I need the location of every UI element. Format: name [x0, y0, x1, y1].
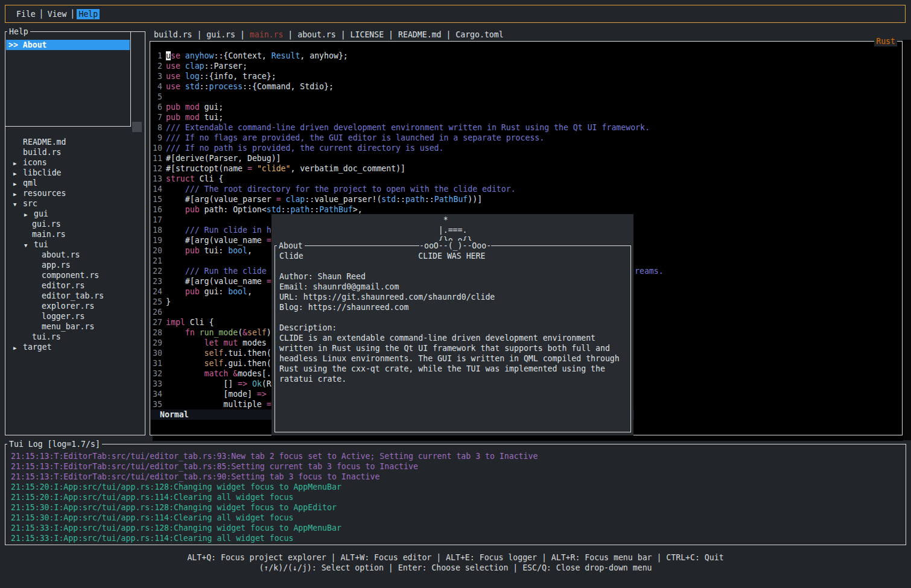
code-text: fn run_mode(&self) — [166, 327, 271, 338]
about-popup-content: Clide CLIDE WAS HERE Author: Shaun ReedE… — [279, 251, 620, 384]
tab-main.rs[interactable]: main.rs — [250, 30, 284, 39]
line-number: 13 — [150, 174, 162, 184]
code-line-1[interactable]: 1use anyhow::{Context, Result, anyhow}; — [150, 51, 902, 61]
code-line-12[interactable]: 12#[structopt(name = "clide", verbatim_d… — [150, 163, 902, 174]
code-text: [] => Ok(R — [166, 379, 271, 389]
menu-item-help[interactable]: Help — [77, 9, 100, 19]
explorer-item-icons[interactable]: ▶icons — [6, 157, 144, 168]
line-number: 15 — [150, 194, 162, 204]
explorer-item-about.rs[interactable]: about.rs — [6, 250, 144, 260]
help-dropdown-menu: Help >> About — [5, 31, 131, 127]
explorer-item-explorer.rs[interactable]: explorer.rs — [6, 301, 144, 311]
log-entries: 21:15:13:T:EditorTab:src/tui/editor_tab.… — [11, 451, 538, 543]
line-number: 21 — [150, 256, 162, 266]
about-popup-row: headless Linux environments. The GUI is … — [279, 353, 620, 364]
code-text: pub path: Option<std::path::PathBuf>, — [166, 204, 363, 215]
explorer-item-label: tui.rs — [32, 332, 61, 341]
log-entry-info: 21:15:20:I:App:src/tui/app.rs:128:Changi… — [11, 482, 538, 492]
explorer-item-target[interactable]: ▶target — [6, 342, 144, 352]
explorer-item-libclide[interactable]: ▶libclide — [6, 168, 144, 178]
code-text: pub mod gui; — [166, 102, 223, 112]
line-number: 16 — [150, 204, 162, 215]
about-popup-row: CLIDE is an extendable command-line driv… — [279, 333, 620, 343]
code-line-16[interactable]: 16 pub path: Option<std::path::PathBuf>, — [150, 204, 902, 215]
menu-item-file[interactable]: File — [16, 9, 36, 19]
explorer-item-tui[interactable]: ▼tui — [6, 239, 144, 250]
explorer-item-logger.rs[interactable]: logger.rs — [6, 311, 144, 321]
log-entry-trace: 21:15:13:T:EditorTab:src/tui/editor_tab.… — [11, 461, 538, 472]
about-popup-row: ratatui crate. — [279, 374, 620, 384]
code-text: } — [166, 297, 171, 307]
line-number: 35 — [150, 399, 162, 409]
line-number: 25 — [150, 297, 162, 307]
folder-expanded-icon: ▼ — [24, 241, 34, 251]
code-text: self.gui.then( — [166, 358, 271, 368]
code-text: pub gui: bool, — [166, 286, 252, 297]
explorer-item-resources[interactable]: ▶resources — [6, 188, 144, 198]
line-number: 2 — [150, 61, 162, 71]
tab-README.md[interactable]: README.md — [398, 30, 441, 39]
tab-gui.rs[interactable]: gui.rs — [206, 30, 235, 39]
explorer-item-README.md[interactable]: README.md — [6, 137, 144, 147]
code-line-14[interactable]: 14 /// The root directory for the projec… — [150, 184, 902, 194]
code-text: self.tui.then( — [166, 348, 271, 358]
help-dropdown-title: Help — [7, 27, 30, 37]
menu-item-view[interactable]: View — [48, 9, 67, 19]
explorer-item-label: logger.rs — [42, 312, 84, 321]
explorer-item-gui[interactable]: ▶gui — [6, 209, 144, 219]
tab-build.rs[interactable]: build.rs — [154, 30, 192, 39]
explorer-item-component.rs[interactable]: component.rs — [6, 270, 144, 280]
explorer-item-menu_bar.rs[interactable]: menu_bar.rs — [6, 321, 144, 332]
code-line-11[interactable]: 11#[derive(Parser, Debug)] — [150, 153, 902, 163]
tab-about.rs[interactable]: about.rs — [297, 30, 336, 39]
explorer-item-main.rs[interactable]: main.rs — [6, 229, 144, 239]
code-text: pub tui: bool, — [166, 245, 252, 256]
explorer-item-app.rs[interactable]: app.rs — [6, 260, 144, 270]
help-dropdown-item-about[interactable]: >> About — [6, 40, 130, 50]
code-line-9[interactable]: 9/// If no flags are provided, the GUI e… — [150, 133, 902, 143]
about-popup-title: About — [277, 241, 305, 251]
code-line-15[interactable]: 15 #[arg(value_parser = clap::value_pars… — [150, 194, 902, 204]
about-popup: * |.===. {}o o{} About -ooO--(_)--Ooo- C… — [271, 214, 633, 435]
line-number: 29 — [150, 338, 162, 348]
log-entry-info: 21:15:33:I:App:src/tui/app.rs:128:Changi… — [11, 523, 538, 533]
tab-LICENSE[interactable]: LICENSE — [351, 30, 384, 39]
line-number: 3 — [150, 71, 162, 81]
explorer-scrollbar-thumb[interactable] — [132, 122, 142, 132]
code-line-8[interactable]: 8/// Extendable command-line driven deve… — [150, 122, 902, 133]
code-text: use log::{info, trace}; — [166, 71, 276, 81]
code-line-6[interactable]: 6pub mod gui; — [150, 102, 902, 112]
code-line-4[interactable]: 4use std::process::{Command, Stdio}; — [150, 81, 902, 92]
code-line-13[interactable]: 13struct Cli { — [150, 174, 902, 184]
explorer-item-label: target — [23, 343, 52, 352]
keybinding-help-line-1: ALT+Q: Focus project explorer | ALT+W: F… — [0, 552, 911, 563]
code-line-7[interactable]: 7pub mod tui; — [150, 112, 902, 122]
code-line-2[interactable]: 2use clap::Parser; — [150, 61, 902, 71]
explorer-item-gui.rs[interactable]: gui.rs — [6, 219, 144, 229]
explorer-item-src[interactable]: ▼src — [6, 198, 144, 209]
explorer-item-tui.rs[interactable]: tui.rs — [6, 332, 144, 342]
tab-Cargo.toml[interactable]: Cargo.toml — [456, 30, 503, 39]
code-text: use clap::Parser; — [166, 61, 247, 71]
explorer-item-build.rs[interactable]: build.rs — [6, 147, 144, 157]
explorer-item-label: explorer.rs — [42, 302, 94, 311]
editor-right-gutter — [903, 40, 911, 440]
code-text: #[structopt(name = "clide", verbatim_doc… — [166, 163, 405, 174]
about-popup-row: URL: https://git.shaunreed.com/shaunrd0/… — [279, 292, 620, 302]
explorer-item-qml[interactable]: ▶qml — [6, 178, 144, 188]
explorer-item-label: editor_tab.rs — [42, 291, 104, 300]
line-number: 27 — [150, 317, 162, 327]
log-entry-trace: 21:15:13:T:EditorTab:src/tui/editor_tab.… — [11, 451, 538, 461]
editor-bottom-shadow — [153, 435, 903, 441]
explorer-item-label: README.md — [23, 138, 66, 147]
explorer-item-editor.rs[interactable]: editor.rs — [6, 280, 144, 291]
line-number: 32 — [150, 368, 162, 379]
code-line-5[interactable]: 5 — [150, 92, 902, 102]
explorer-item-editor_tab.rs[interactable]: editor_tab.rs — [6, 291, 144, 301]
line-number: 17 — [150, 215, 162, 225]
code-line-10[interactable]: 10/// If no path is provided, the curren… — [150, 143, 902, 153]
code-line-22-overflow: reams. — [635, 266, 664, 276]
explorer-tree: README.mdbuild.rs▶icons▶libclide▶qml▶res… — [6, 137, 144, 352]
code-text: struct Cli { — [166, 174, 223, 184]
code-line-3[interactable]: 3use log::{info, trace}; — [150, 71, 902, 81]
